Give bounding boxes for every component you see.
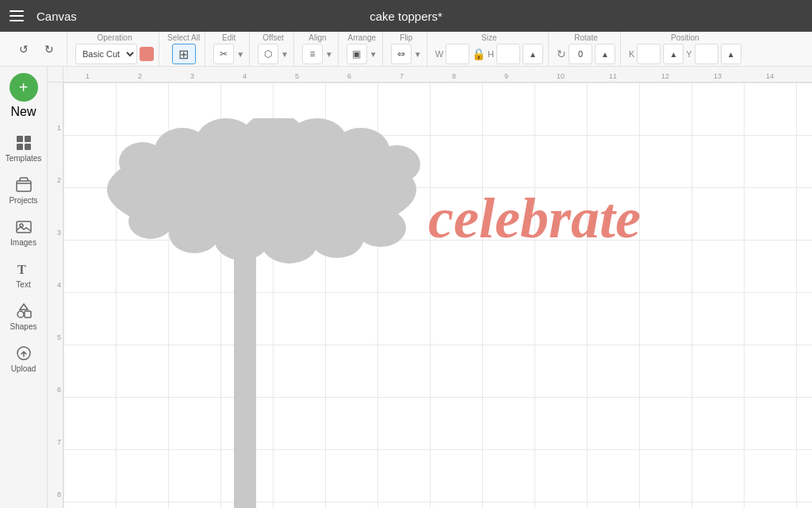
select-all-group: Select All ⊞ (163, 32, 205, 66)
svg-point-19 (373, 145, 420, 183)
arrange-label: Arrange (348, 33, 377, 42)
sidebar-item-projects[interactable]: Projects (3, 171, 44, 210)
rotate-input[interactable] (569, 44, 592, 64)
main-area: + New Templates Pro (0, 67, 812, 508)
flip-label: Flip (400, 33, 412, 42)
position-y-label: Y (686, 49, 691, 59)
svg-rect-3 (25, 144, 31, 150)
redo-button[interactable]: ↻ (38, 38, 60, 60)
svg-rect-1 (25, 136, 31, 142)
ruler-h-tick-10: 10 (557, 72, 565, 80)
flip-arrow: ▼ (414, 50, 422, 59)
undo-button[interactable]: ↺ (13, 38, 35, 60)
ruler-h-tick-6: 6 (347, 72, 351, 80)
menu-button[interactable] (10, 10, 24, 21)
shapes-icon (14, 302, 33, 321)
new-label: New (10, 105, 36, 119)
canvas-area[interactable]: 1234567891011121314 12345678 (48, 67, 812, 508)
select-all-button[interactable]: ⊞ (172, 44, 196, 64)
size-w-label: W (435, 49, 443, 59)
ruler-h-tick-8: 8 (452, 72, 456, 80)
operation-color[interactable] (140, 47, 154, 61)
ruler-horizontal: 1234567891011121314 (63, 67, 812, 83)
arrange-button[interactable]: ▣ (347, 44, 367, 64)
size-up-button[interactable]: ▲ (523, 44, 543, 64)
align-arrow: ▼ (325, 50, 333, 59)
offset-arrow: ▼ (281, 50, 289, 59)
svg-rect-4 (17, 181, 31, 191)
ruler-v-tick-6: 6 (57, 386, 61, 394)
top-nav: Canvas cake toppers* (0, 0, 812, 32)
size-h-label: H (488, 49, 494, 59)
svg-point-25 (355, 209, 406, 247)
ruler-v-tick-7: 7 (57, 438, 61, 446)
ruler-v-tick-1: 1 (57, 124, 61, 132)
templates-label: Templates (6, 154, 42, 163)
celebrate-text[interactable]: celebrate (428, 186, 641, 252)
edit-group: Edit ✂ ▼ (209, 32, 250, 66)
sidebar-item-text[interactable]: T Text (3, 255, 44, 294)
svg-point-8 (17, 311, 24, 318)
images-label: Images (10, 238, 36, 247)
position-k-adjust[interactable]: ▲ (663, 44, 684, 64)
svg-rect-0 (17, 136, 23, 142)
position-y-input[interactable] (695, 44, 718, 64)
operation-group: Operation Basic Cut (71, 32, 159, 66)
svg-rect-9 (25, 311, 31, 318)
svg-rect-26 (234, 229, 256, 508)
images-icon (14, 217, 33, 237)
text-icon: T (14, 260, 33, 279)
lock-icon: 🔒 (472, 48, 485, 60)
ruler-vertical: 12345678 (48, 83, 63, 508)
cake-topper-shape[interactable] (103, 118, 436, 508)
rotate-group: Rotate ↻ ▲ (552, 32, 621, 66)
ruler-v-tick-2: 2 (57, 176, 61, 184)
ruler-v-tick-3: 3 (57, 229, 61, 237)
ruler-v-tick-8: 8 (57, 491, 61, 498)
offset-button[interactable]: ⬡ (258, 44, 278, 64)
svg-point-21 (169, 214, 220, 253)
ruler-h-tick-11: 11 (609, 72, 617, 80)
sidebar-item-templates[interactable]: Templates (3, 129, 44, 167)
select-all-label: Select All (167, 33, 200, 42)
text-label: Text (16, 280, 30, 289)
toolbar: ↺ ↻ Operation Basic Cut Select All ⊞ Edi… (0, 32, 812, 67)
edit-button[interactable]: ✂ (213, 44, 234, 64)
size-h-input[interactable] (496, 44, 520, 64)
sidebar: + New Templates Pro (0, 67, 48, 508)
position-group: Position K ▲ Y ▲ (624, 32, 746, 66)
projects-label: Projects (9, 196, 37, 205)
size-group: Size W 🔒 H ▲ (431, 32, 549, 66)
align-button[interactable]: ≡ (302, 44, 323, 64)
upload-icon (14, 344, 33, 363)
flip-button[interactable]: ⇔ (391, 44, 412, 64)
position-k-input[interactable] (637, 44, 661, 64)
operation-label: Operation (98, 33, 132, 42)
operation-select[interactable]: Basic Cut (75, 44, 137, 64)
sidebar-item-images[interactable]: Images (3, 213, 44, 252)
arrange-group: Arrange ▣ ▼ (342, 32, 383, 66)
shapes-label: Shapes (10, 322, 37, 331)
new-button[interactable]: + (10, 73, 38, 102)
canvas-label: Canvas (36, 10, 77, 23)
arrange-arrow: ▼ (370, 50, 377, 59)
position-label: Position (671, 33, 699, 42)
rotate-adjust-button[interactable]: ▲ (595, 44, 615, 64)
size-w-input[interactable] (446, 44, 469, 64)
flip-group: Flip ⇔ ▼ (386, 32, 427, 66)
svg-point-23 (261, 219, 318, 264)
sidebar-item-shapes[interactable]: Shapes (3, 297, 44, 336)
svg-point-20 (128, 204, 173, 239)
svg-rect-2 (17, 144, 23, 150)
ruler-h-tick-5: 5 (295, 72, 299, 80)
svg-rect-5 (17, 221, 31, 233)
sidebar-item-upload[interactable]: Upload (3, 339, 44, 378)
ruler-v-tick-4: 4 (57, 281, 61, 289)
page-title: cake toppers* (370, 10, 442, 23)
size-label: Size (481, 33, 496, 42)
ruler-h-tick-9: 9 (504, 72, 508, 80)
ruler-h-tick-7: 7 (400, 72, 404, 80)
position-y-adjust[interactable]: ▲ (721, 44, 741, 64)
ruler-h-tick-13: 13 (714, 72, 722, 80)
edit-label: Edit (222, 33, 236, 42)
